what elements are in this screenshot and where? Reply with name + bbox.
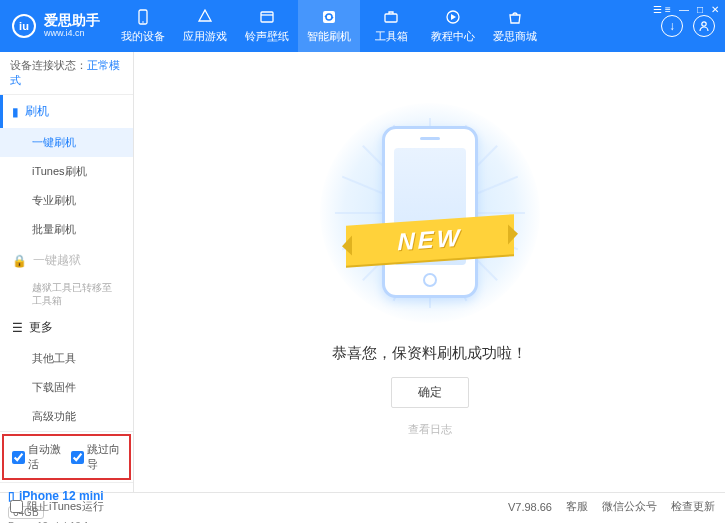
topnav-tutorial[interactable]: 教程中心 — [422, 0, 484, 52]
sidebar-head-jailbreak[interactable]: 🔒 一键越狱 — [0, 244, 133, 277]
svg-rect-3 — [323, 11, 335, 23]
svg-point-6 — [702, 22, 706, 26]
sidebar-item-other[interactable]: 其他工具 — [0, 344, 133, 373]
user-icon[interactable] — [693, 15, 715, 37]
svg-rect-2 — [261, 12, 273, 22]
toolbox-icon — [382, 8, 400, 26]
logo: iu 爱思助手 www.i4.cn — [0, 13, 112, 38]
menu-icon[interactable]: ☰ ≡ — [653, 4, 671, 15]
titlebar: iu 爱思助手 www.i4.cn 我的设备应用游戏铃声壁纸智能刷机工具箱教程中… — [0, 0, 725, 52]
wallpaper-icon — [258, 8, 276, 26]
wechat-link[interactable]: 微信公众号 — [602, 499, 657, 514]
top-nav: 我的设备应用游戏铃声壁纸智能刷机工具箱教程中心爱思商城 — [112, 0, 661, 52]
view-log-link[interactable]: 查看日志 — [408, 422, 452, 437]
minimize-icon[interactable]: — — [679, 4, 689, 15]
svg-rect-4 — [385, 14, 397, 22]
check-update-link[interactable]: 检查更新 — [671, 499, 715, 514]
svg-point-1 — [142, 21, 144, 23]
sidebar-item-firmware[interactable]: 下载固件 — [0, 373, 133, 402]
success-illustration: NEW — [360, 108, 500, 318]
sidebar-item-itunes[interactable]: iTunes刷机 — [0, 157, 133, 186]
phone-icon — [134, 8, 152, 26]
connection-status: 设备连接状态：正常模式 — [0, 52, 133, 95]
sidebar-item-batch[interactable]: 批量刷机 — [0, 215, 133, 244]
app-name: 爱思助手 — [44, 13, 100, 28]
sidebar-head-flash[interactable]: ▮ 刷机 — [0, 95, 133, 128]
phone-icon: ▮ — [12, 105, 19, 119]
auto-activate-checkbox[interactable]: 自动激活 — [12, 442, 63, 472]
logo-icon: iu — [12, 14, 36, 38]
jailbreak-note: 越狱工具已转移至 工具箱 — [0, 277, 133, 311]
sidebar-item-oneclick[interactable]: 一键刷机 — [0, 128, 133, 157]
maximize-icon[interactable]: □ — [697, 4, 703, 15]
flash-icon — [320, 8, 338, 26]
close-icon[interactable]: ✕ — [711, 4, 719, 15]
main-content: NEW 恭喜您，保资料刷机成功啦！ 确定 查看日志 — [134, 52, 725, 492]
store-icon — [506, 8, 524, 26]
download-icon[interactable]: ↓ — [661, 15, 683, 37]
lock-icon: 🔒 — [12, 254, 27, 268]
topnav-flash[interactable]: 智能刷机 — [298, 0, 360, 52]
sidebar-item-advanced[interactable]: 高级功能 — [0, 402, 133, 431]
topnav-apps[interactable]: 应用游戏 — [174, 0, 236, 52]
version-label: V7.98.66 — [508, 501, 552, 513]
sidebar-head-more[interactable]: ☰ 更多 — [0, 311, 133, 344]
skip-guide-checkbox[interactable]: 跳过向导 — [71, 442, 122, 472]
topnav-store[interactable]: 爱思商城 — [484, 0, 546, 52]
sidebar-item-pro[interactable]: 专业刷机 — [0, 186, 133, 215]
options-row: 自动激活 跳过向导 — [2, 434, 131, 480]
success-message: 恭喜您，保资料刷机成功啦！ — [332, 344, 527, 363]
ribbon-text: NEW — [397, 223, 462, 256]
sidebar: 设备连接状态：正常模式 ▮ 刷机 一键刷机 iTunes刷机 专业刷机 批量刷机… — [0, 52, 134, 492]
topnav-toolbox[interactable]: 工具箱 — [360, 0, 422, 52]
app-url: www.i4.cn — [44, 29, 100, 39]
window-controls: ☰ ≡ — □ ✕ — [653, 4, 719, 15]
support-link[interactable]: 客服 — [566, 499, 588, 514]
tutorial-icon — [444, 8, 462, 26]
apps-icon — [196, 8, 214, 26]
topnav-wallpaper[interactable]: 铃声壁纸 — [236, 0, 298, 52]
topnav-phone[interactable]: 我的设备 — [112, 0, 174, 52]
ok-button[interactable]: 确定 — [391, 377, 469, 408]
block-itunes-checkbox[interactable]: 阻止iTunes运行 — [10, 499, 104, 514]
list-icon: ☰ — [12, 321, 23, 335]
